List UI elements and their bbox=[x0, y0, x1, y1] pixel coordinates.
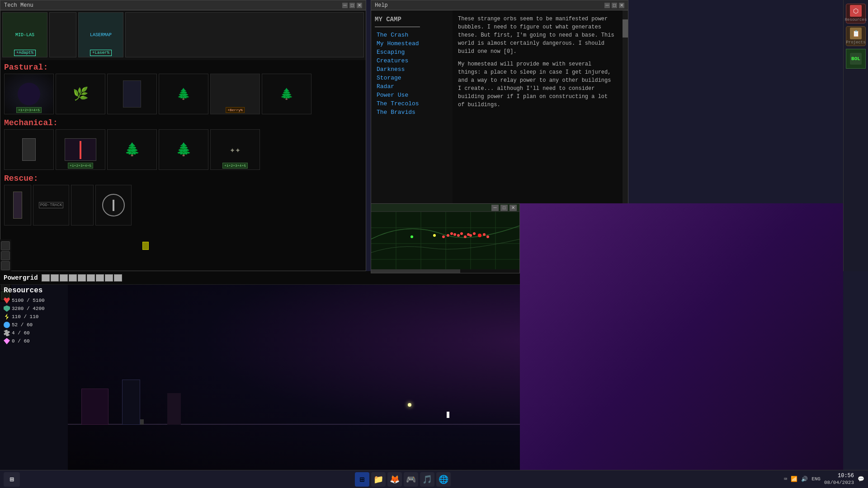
rescue-row: POD-TRACK bbox=[0, 184, 366, 227]
material2-icon bbox=[4, 330, 10, 336]
notification-icon[interactable]: 💬 bbox=[858, 476, 864, 483]
mech-badge-1: +1+2+3+4+5 bbox=[68, 163, 93, 169]
close-button[interactable]: ✕ bbox=[357, 3, 362, 8]
rescue-item-radar[interactable] bbox=[95, 185, 132, 225]
help-nav-escaping[interactable]: Escaping bbox=[375, 48, 449, 56]
rescue-item-2[interactable]: POD-TRACK bbox=[33, 185, 69, 225]
taskbar-app-6[interactable]: 🌐 bbox=[436, 472, 451, 487]
maximize-button[interactable]: □ bbox=[349, 3, 355, 8]
help-nav-trecolos[interactable]: The Trecolos bbox=[375, 99, 449, 108]
help-nav-power-use[interactable]: Power Use bbox=[375, 91, 449, 99]
help-nav-radar[interactable]: Radar bbox=[375, 82, 449, 91]
resources-icon-button[interactable]: ⬡ Resources bbox=[846, 4, 866, 23]
pastural-badge-1: +1+2+3+4+5 bbox=[16, 107, 42, 113]
taskbar-app-1[interactable]: ⊞ bbox=[355, 472, 369, 487]
pastural-item-6[interactable]: 🌲 bbox=[262, 74, 311, 114]
pastural-item-2[interactable]: 🌿 bbox=[56, 74, 105, 114]
taskbar-app-2[interactable]: 📁 bbox=[371, 472, 386, 487]
pastural-row: +1+2+3+4+5 🌿 🌲 +Berry% bbox=[0, 73, 366, 116]
resources-icon-label: Resources bbox=[845, 18, 867, 22]
help-nav-my-homestead[interactable]: My Homestead bbox=[375, 39, 449, 48]
tech-content: MID-LAS +Adapt% LASERMAP +Laser% Pastura… bbox=[0, 10, 366, 271]
app-icon-1: ⊞ bbox=[360, 474, 365, 484]
tray-icon-keyboard: ⌨ bbox=[784, 476, 787, 483]
rescue-item-3[interactable] bbox=[71, 185, 94, 225]
power-cell-7 bbox=[96, 274, 104, 282]
building-2 bbox=[122, 380, 140, 425]
pastural-item-1[interactable]: +1+2+3+4+5 bbox=[4, 74, 54, 114]
tech-item-laser[interactable]: LASERMAP +Laser% bbox=[78, 12, 123, 57]
pastural-item-5[interactable]: +Berry% bbox=[210, 74, 260, 114]
mini-icon-3[interactable] bbox=[1, 261, 10, 270]
tech-top-row: MID-LAS +Adapt% LASERMAP +Laser% bbox=[0, 10, 366, 60]
mini-icon-1[interactable] bbox=[1, 241, 10, 250]
projects-icon-button[interactable]: 📋 Projects bbox=[846, 26, 866, 46]
mech-item-3[interactable]: 🌲 bbox=[107, 129, 157, 170]
tech-badge-laser: +Laser% bbox=[90, 50, 112, 56]
help-nav-storage[interactable]: Storage bbox=[375, 74, 449, 82]
res-row-shield: 3280 / 4200 bbox=[0, 305, 68, 313]
taskbar-app-4[interactable]: 🎮 bbox=[404, 472, 418, 487]
svg-point-12 bbox=[457, 234, 460, 237]
help-nav-the-crash[interactable]: The Crash bbox=[375, 31, 449, 39]
pastural-badge-berry: +Berry% bbox=[226, 107, 245, 113]
res-row-mat3: 0 / 60 bbox=[0, 337, 68, 345]
help-content: MY CAMP The Crash My Homestead Escaping … bbox=[371, 10, 628, 207]
rescue-item-1[interactable] bbox=[4, 185, 31, 225]
svg-point-9 bbox=[447, 234, 449, 237]
power-cell-1 bbox=[42, 274, 50, 282]
help-nav-bravids[interactable]: The Bravids bbox=[375, 108, 449, 117]
app-icon-6: 🌐 bbox=[439, 474, 448, 484]
tech-item-blank1[interactable] bbox=[49, 12, 76, 57]
res-mat1-value: 52 / 60 bbox=[12, 322, 33, 328]
help-scroll-thumb[interactable] bbox=[623, 19, 628, 38]
map-maximize-button[interactable]: □ bbox=[500, 205, 508, 211]
mech-item-4[interactable]: 🌲 bbox=[159, 129, 208, 170]
energy-icon bbox=[4, 314, 10, 320]
map-svg bbox=[371, 212, 519, 273]
help-inner: These strange orbs seem to be manifested… bbox=[453, 10, 628, 207]
tech-item-midlas[interactable]: MID-LAS +Adapt% bbox=[2, 12, 47, 57]
svg-point-22 bbox=[486, 235, 489, 238]
map-minimize-button[interactable]: ─ bbox=[491, 205, 499, 211]
resources-label: Resources bbox=[0, 285, 68, 296]
start-button[interactable]: ⊞ bbox=[4, 472, 20, 487]
pastural-label: Pastural: bbox=[0, 60, 366, 73]
help-minimize-button[interactable]: ─ bbox=[604, 3, 610, 8]
help-close-button[interactable]: ✕ bbox=[619, 3, 624, 8]
health-icon bbox=[4, 297, 10, 304]
mech-item-2[interactable]: +1+2+3+4+5 bbox=[56, 129, 105, 170]
help-scrollbar[interactable] bbox=[623, 10, 628, 207]
power-cell-2 bbox=[51, 274, 59, 282]
power-cell-6 bbox=[87, 274, 95, 282]
taskbar-time: 10:56 bbox=[824, 473, 854, 480]
res-energy-value: 110 / 110 bbox=[12, 314, 38, 319]
mech-item-5[interactable]: ✦✦ +1+2+3+4+5 bbox=[210, 129, 260, 170]
res-mat3-value: 0 / 60 bbox=[12, 338, 30, 344]
map-close-button[interactable]: ✕ bbox=[509, 205, 517, 211]
svg-point-13 bbox=[460, 232, 463, 235]
map-scrollbar-thumb-h[interactable] bbox=[371, 269, 460, 273]
mech-item-1[interactable] bbox=[4, 129, 54, 170]
glow-orb bbox=[408, 403, 411, 407]
mechanical-label: Mechanical: bbox=[0, 116, 366, 128]
help-nav-title: MY CAMP bbox=[375, 16, 449, 23]
minimize-button[interactable]: ─ bbox=[342, 3, 348, 8]
help-nav-creatures[interactable]: Creatures bbox=[375, 56, 449, 65]
pastural-item-3[interactable] bbox=[107, 74, 157, 114]
taskbar-app-5[interactable]: 🎵 bbox=[420, 472, 434, 487]
res-row-mat1: 52 / 60 bbox=[0, 321, 68, 329]
map-scrollbar-h[interactable] bbox=[371, 269, 519, 273]
taskbar-time-display: 10:56 08/04/2023 bbox=[824, 473, 854, 486]
mini-icon-2[interactable] bbox=[1, 251, 10, 260]
res-mat2-value: 4 / 60 bbox=[12, 330, 30, 336]
pastural-item-4[interactable]: 🌲 bbox=[159, 74, 208, 114]
help-nav-darkness[interactable]: Darkness bbox=[375, 65, 449, 74]
tech-item-blank2[interactable] bbox=[125, 12, 364, 57]
bol-icon-button[interactable]: BOL bbox=[846, 49, 866, 69]
res-health-value: 5100 / 5100 bbox=[12, 298, 45, 303]
help-window: Help ─ □ ✕ MY CAMP The Crash My Homestea… bbox=[371, 0, 628, 208]
taskbar-app-3[interactable]: 🦊 bbox=[387, 472, 402, 487]
help-maximize-button[interactable]: □ bbox=[612, 3, 617, 8]
help-window-controls: ─ □ ✕ bbox=[604, 3, 624, 8]
